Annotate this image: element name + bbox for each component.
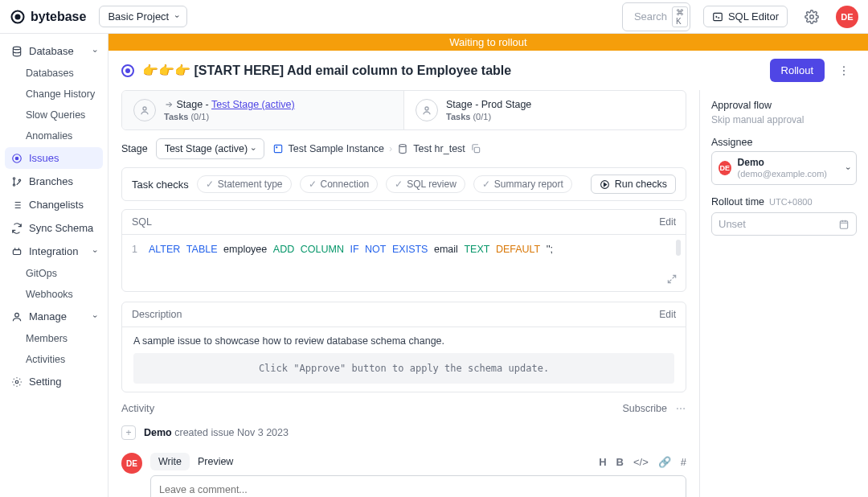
brand-name: bytebase <box>31 10 86 24</box>
sidebar-item-branches[interactable]: Branches <box>5 170 103 192</box>
assignee-selector[interactable]: DE Demo (demo@example.com) › <box>711 151 857 185</box>
sidebar-item-anomalies[interactable]: Anomalies <box>5 126 103 146</box>
stage-link[interactable]: Test Stage (active) <box>211 99 295 110</box>
check-icon: ✓ <box>206 179 214 190</box>
heading-icon[interactable]: H <box>599 456 606 468</box>
assignee-avatar: DE <box>719 161 731 175</box>
sidebar-item-changelists[interactable]: Changelists <box>5 194 103 216</box>
chevron-down-icon: › <box>91 50 100 52</box>
assignee-label: Assignee <box>711 137 857 148</box>
activity-more-button[interactable] <box>675 403 686 414</box>
svg-rect-29 <box>840 220 847 228</box>
sidebar-label: Integration <box>29 245 78 257</box>
brand-logo[interactable]: bytebase <box>10 9 86 25</box>
check-summary-report[interactable]: ✓Summary report <box>473 175 572 193</box>
svg-point-21 <box>276 147 276 148</box>
instance-name[interactable]: Test Sample Instance <box>289 143 385 154</box>
sidebar-group-manage[interactable]: Manage › <box>5 306 103 327</box>
rollout-time-label: Rollout time <box>711 196 764 207</box>
chevron-down-icon: › <box>249 147 258 150</box>
svg-point-9 <box>13 177 14 179</box>
svg-point-16 <box>843 70 845 72</box>
svg-point-5 <box>810 14 814 18</box>
sidebar-item-activities[interactable]: Activities <box>5 350 103 369</box>
user-avatar[interactable]: DE <box>836 6 858 28</box>
issue-title: 👉👉👉 [START HERE] Add email column to Emp… <box>142 63 511 78</box>
svg-rect-23 <box>474 147 479 152</box>
plus-icon: + <box>121 425 136 440</box>
sidebar-label: Manage <box>29 310 67 322</box>
svg-point-18 <box>143 107 146 110</box>
hash-icon[interactable]: # <box>681 456 686 468</box>
stage-selected: Test Stage (active) <box>165 143 248 154</box>
sidebar-group-database[interactable]: Database › <box>5 40 103 62</box>
svg-rect-20 <box>274 145 281 152</box>
check-icon: ✓ <box>309 179 317 190</box>
terminal-icon <box>712 11 723 23</box>
rollout-time-picker[interactable]: Unset <box>711 212 857 236</box>
sidebar-group-integration[interactable]: Integration › <box>5 240 103 262</box>
plug-icon <box>11 246 23 257</box>
stage-pipeline: Stage - Test Stage (active) Tasks (0/1) … <box>121 90 686 130</box>
play-icon <box>600 179 610 190</box>
sidebar-item-sync-schema[interactable]: Sync Schema <box>5 217 103 239</box>
settings-button[interactable] <box>800 6 823 28</box>
subscribe-button[interactable]: Subscribe <box>622 403 667 414</box>
svg-point-26 <box>677 408 678 409</box>
sidebar-label: Changelists <box>29 199 84 211</box>
sidebar-item-change-history[interactable]: Change History <box>5 84 103 104</box>
assignee-name: Demo <box>738 157 764 168</box>
sidebar-item-gitops[interactable]: GitOps <box>5 264 103 283</box>
copy-icon[interactable] <box>470 143 481 154</box>
run-checks-button[interactable]: Run checks <box>591 175 676 194</box>
svg-point-15 <box>843 66 845 68</box>
line-number: 1 <box>132 244 137 255</box>
check-sql-review[interactable]: ✓SQL review <box>386 175 465 193</box>
bold-icon[interactable]: B <box>616 456 624 468</box>
sync-icon <box>11 223 23 234</box>
database-icon <box>397 143 408 154</box>
gear-icon <box>11 376 23 388</box>
sidebar-item-databases[interactable]: Databases <box>5 64 103 83</box>
svg-point-8 <box>15 157 18 160</box>
more-actions-button[interactable] <box>833 60 855 82</box>
users-icon <box>11 311 23 322</box>
chevron-down-icon: › <box>91 250 100 253</box>
project-selector[interactable]: Basic Project › <box>99 6 187 27</box>
link-icon[interactable]: 🔗 <box>658 456 671 468</box>
sql-panel: SQL Edit 1ALTER TABLE employee ADD COLUM… <box>121 209 686 292</box>
tab-write[interactable]: Write <box>150 453 190 470</box>
rollout-button[interactable]: Rollout <box>770 59 825 82</box>
check-connection[interactable]: ✓Connection <box>300 175 379 193</box>
global-search[interactable]: Search ⌘ K <box>622 2 690 31</box>
stage-prod[interactable]: Stage - Prod Stage Tasks (0/1) <box>403 91 686 129</box>
stage-name: Stage - Test Stage (active) <box>164 99 295 110</box>
stage-label: Stage <box>121 143 148 154</box>
sidebar-label: Setting <box>29 376 61 388</box>
description-callout: Click "Approve" button to apply the sche… <box>133 353 674 384</box>
sql-edit-button[interactable]: Edit <box>659 216 676 228</box>
sidebar-label: Branches <box>29 175 73 187</box>
scrollbar-icon[interactable] <box>676 240 681 256</box>
sql-editor-button[interactable]: SQL Editor <box>703 6 788 27</box>
expand-icon[interactable] <box>666 273 678 285</box>
sql-code[interactable]: 1ALTER TABLE employee ADD COLUMN IF NOT … <box>122 235 686 291</box>
sidebar-item-members[interactable]: Members <box>5 329 103 348</box>
sidebar-item-webhooks[interactable]: Webhooks <box>5 285 103 304</box>
sidebar-item-issues[interactable]: Issues <box>5 147 103 169</box>
sidebar-item-slow-queries[interactable]: Slow Queries <box>5 105 103 125</box>
comment-input[interactable] <box>150 475 686 497</box>
check-statement-type[interactable]: ✓Statement type <box>197 175 292 193</box>
branch-icon <box>11 176 23 187</box>
tab-preview[interactable]: Preview <box>190 453 241 470</box>
svg-point-22 <box>399 144 406 146</box>
svg-point-1 <box>16 14 20 18</box>
comment-avatar: DE <box>121 453 142 474</box>
status-banner: Waiting to rollout <box>108 34 868 51</box>
stage-selector[interactable]: Test Stage (active) › <box>156 138 264 159</box>
code-icon[interactable]: </> <box>633 456 649 468</box>
stage-test[interactable]: Stage - Test Stage (active) Tasks (0/1) <box>122 91 403 129</box>
sidebar-item-setting[interactable]: Setting <box>5 371 103 392</box>
description-edit-button[interactable]: Edit <box>659 309 676 320</box>
database-name[interactable]: Test hr_test <box>413 143 465 154</box>
